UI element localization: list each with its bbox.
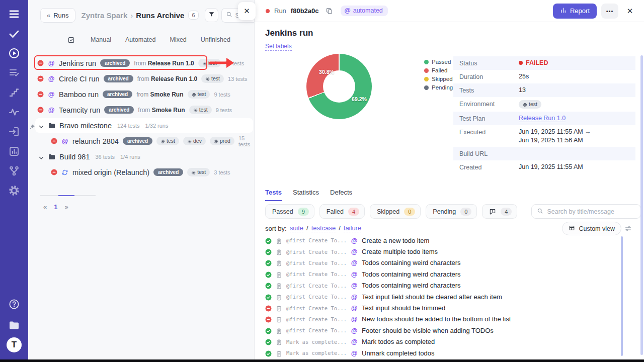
adjust-columns-icon[interactable] [624,225,632,232]
test-title[interactable]: Unmark completed todos [362,349,435,357]
test-plans-icon[interactable] [8,67,20,79]
test-row[interactable]: @first Create To...@Text input should be… [265,302,620,313]
test-title[interactable]: Footer should be visible when adding TOD… [362,327,494,334]
pagination-prev-button[interactable]: « [43,203,47,211]
analytics-icon[interactable] [8,145,20,157]
import-icon[interactable] [8,126,20,138]
test-suite-path: @first Create To... [286,237,347,243]
runs-icon[interactable] [8,47,20,59]
folder-name[interactable]: Bravo milestone [59,122,112,130]
test-row[interactable]: @first Create To...@New todos should be … [265,314,620,325]
filter-funnel-button[interactable] [205,8,218,22]
tests-search-input[interactable] [547,208,632,215]
copy-icon[interactable] [326,7,333,15]
breadcrumb-project[interactable]: Zyntra Spark [82,11,128,20]
filter-count: 4 [501,208,512,216]
run-from: from Smoke Run [136,91,183,98]
test-title[interactable]: Todos containing weird characters [362,259,461,266]
archived-badge: archived [103,90,132,98]
activity-icon[interactable] [8,106,20,118]
clipboard-icon [276,248,282,255]
run-type-tab-unfinished[interactable]: Unfinished [201,36,230,43]
sort-link-suite[interactable]: suite [290,224,303,232]
filter-failed[interactable]: Failed4 [319,204,365,219]
test-title[interactable]: Text input should be trimmed [362,304,445,312]
run-type-tab-automated[interactable]: Automated [125,36,155,43]
help-icon[interactable] [8,298,20,310]
branches-icon[interactable] [8,165,20,177]
test-row[interactable]: Mark as complete...@Mark todos as comple… [265,336,620,347]
report-button[interactable]: Report [553,4,597,19]
test-title[interactable]: Create a new todo item [362,237,429,244]
test-plan-link[interactable]: Release Run 1.0 [519,115,566,122]
passed-icon [265,271,272,278]
tests-icon[interactable] [8,28,20,40]
panel-close-button[interactable]: ✕ [238,2,256,20]
test-row[interactable]: Mark as complete...@Unmark completed tod… [265,347,620,357]
passed-icon [265,259,272,266]
filter-pending[interactable]: Pending0 [426,204,477,219]
breadcrumb: Zyntra Spark›Runs Archive6 [82,11,199,20]
pagination-next-button[interactable]: » [64,203,68,211]
milestones-icon[interactable] [8,86,20,99]
run-title[interactable]: Circle CI run [59,75,100,83]
select-all-icon[interactable] [67,36,75,44]
test-row[interactable]: @first Create To...@Create a new todo it… [265,235,620,246]
clipboard-icon [276,294,282,300]
run-title[interactable]: Bamboo run [59,90,99,99]
tests-scrollbar[interactable] [621,236,623,356]
set-labels-link[interactable]: Set labels [265,43,292,51]
test-row[interactable]: @first Create To...@Todos containing wei… [265,268,620,280]
tab-statistics[interactable]: Statistics [293,189,319,201]
pagination-page-1[interactable]: 1 [54,203,57,211]
run-title[interactable]: relaunch 2804 [72,137,119,145]
test-row[interactable]: @first Create To...@Text input field sho… [265,291,620,302]
folder-row: Bravo milestone124 tests1/32 runs [28,118,254,133]
run-tests-count: 13 tests [228,76,248,82]
test-row[interactable]: @first Create To...@Create multiple todo… [265,246,620,257]
test-title[interactable]: Mark todos as completed [362,338,435,345]
test-title[interactable]: Text input field should be cleared after… [362,293,502,301]
run-title[interactable]: Jenkins run [59,59,96,67]
info-value: test [519,100,541,109]
chevron-down-icon[interactable] [38,123,44,129]
info-row-environment: Environmenttest [453,97,635,112]
more-options-button[interactable]: ••• [601,4,618,19]
test-title[interactable]: Todos containing weird characters [362,270,461,278]
run-type-tab-manual[interactable]: Manual [91,36,111,43]
back-to-runs-button[interactable]: « Runs [40,8,75,23]
test-row[interactable]: @first Create To...@Todos containing wei… [265,257,620,268]
settings-icon[interactable] [8,185,20,197]
sort-link-testcase[interactable]: testcase [311,224,336,232]
custom-view-button[interactable]: Custom view [562,222,621,235]
sort-link-failure[interactable]: failure [344,224,361,232]
app-sidebar: T [0,0,28,359]
automated-test-icon: @ [351,270,358,278]
filter-comments[interactable]: 4 [482,204,517,219]
folder-name[interactable]: Build 981 [59,153,90,161]
test-row[interactable]: @first Create To...@Footer should be vis… [265,325,620,336]
info-label: Test Plan [459,115,519,122]
test-title[interactable]: New todos should be added to the bottom … [362,315,511,323]
test-row[interactable]: @first Create To...@Todos containing wei… [265,280,620,291]
env-badge-test: test [519,100,541,109]
env-badge-test: test [201,74,224,83]
info-value: 25s [519,73,529,80]
chevron-down-icon[interactable] [38,154,44,160]
panel-scrollbar[interactable] [640,55,643,355]
test-title[interactable]: Todos containing weird characters [362,282,461,289]
filter-passed[interactable]: Passed9 [265,204,314,219]
tab-tests[interactable]: Tests [265,189,282,201]
tab-defects[interactable]: Defects [330,189,352,201]
detail-close-button[interactable]: ✕ [623,4,637,18]
test-title[interactable]: Create multiple todo items [362,248,438,255]
projects-icon[interactable] [8,319,20,331]
run-title[interactable]: Teamcity run [59,106,100,114]
app-logo[interactable]: T [7,337,22,352]
failed-status-icon [51,169,57,175]
run-title[interactable]: mixed origin (Relaunch) [72,168,149,176]
filter-skipped[interactable]: Skipped0 [370,204,421,219]
menu-icon[interactable] [8,8,20,20]
folder-tests-count: 124 tests [117,123,140,129]
run-type-tab-mixed[interactable]: Mixed [170,36,186,43]
